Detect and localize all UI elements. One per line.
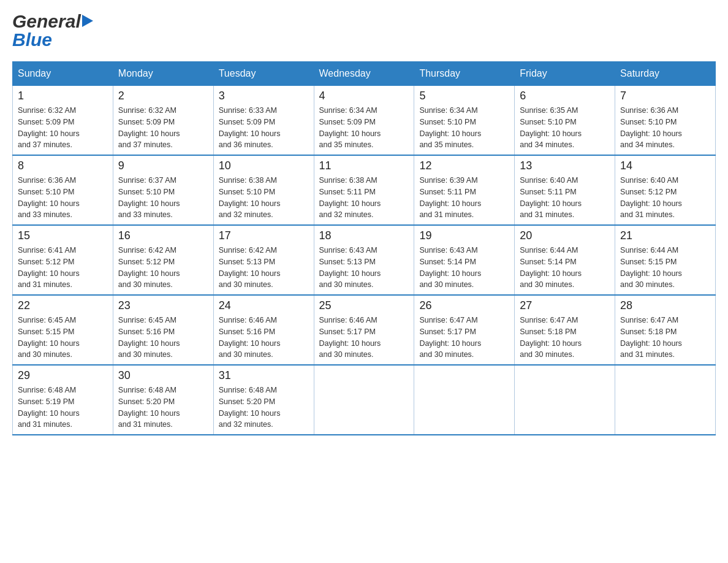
weekday-header-row: SundayMondayTuesdayWednesdayThursdayFrid… [13,62,716,86]
day-number: 31 [219,369,309,382]
calendar-cell: 24 Sunrise: 6:46 AM Sunset: 5:16 PM Dayl… [213,295,314,365]
day-info: Sunrise: 6:38 AM Sunset: 5:10 PM Dayligh… [219,175,309,221]
calendar-cell: 19 Sunrise: 6:43 AM Sunset: 5:14 PM Dayl… [414,225,515,295]
logo: General Blue [12,12,93,49]
calendar-cell: 13 Sunrise: 6:40 AM Sunset: 5:11 PM Dayl… [515,155,615,225]
day-number: 17 [219,229,309,242]
day-number: 18 [319,229,409,242]
calendar-cell: 16 Sunrise: 6:42 AM Sunset: 5:12 PM Dayl… [113,225,213,295]
day-info: Sunrise: 6:48 AM Sunset: 5:19 PM Dayligh… [18,385,108,431]
calendar-cell: 11 Sunrise: 6:38 AM Sunset: 5:11 PM Dayl… [314,155,414,225]
calendar-cell: 31 Sunrise: 6:48 AM Sunset: 5:20 PM Dayl… [213,365,314,435]
weekday-header-friday: Friday [515,62,615,86]
day-info: Sunrise: 6:48 AM Sunset: 5:20 PM Dayligh… [219,385,309,431]
calendar-cell: 29 Sunrise: 6:48 AM Sunset: 5:19 PM Dayl… [13,365,113,435]
calendar-cell [515,365,615,435]
day-number: 8 [18,159,108,172]
day-number: 15 [18,229,108,242]
calendar-cell: 8 Sunrise: 6:36 AM Sunset: 5:10 PM Dayli… [13,155,113,225]
calendar-cell: 12 Sunrise: 6:39 AM Sunset: 5:11 PM Dayl… [414,155,515,225]
day-number: 1 [18,90,108,102]
calendar-cell: 17 Sunrise: 6:42 AM Sunset: 5:13 PM Dayl… [213,225,314,295]
calendar-cell: 21 Sunrise: 6:44 AM Sunset: 5:15 PM Dayl… [615,225,716,295]
day-number: 6 [520,90,610,102]
day-number: 22 [18,299,108,312]
calendar-cell: 28 Sunrise: 6:47 AM Sunset: 5:18 PM Dayl… [615,295,716,365]
day-info: Sunrise: 6:40 AM Sunset: 5:11 PM Dayligh… [520,175,610,221]
day-number: 25 [319,299,409,312]
day-number: 11 [319,159,409,172]
day-info: Sunrise: 6:43 AM Sunset: 5:14 PM Dayligh… [419,245,509,291]
calendar-cell: 3 Sunrise: 6:33 AM Sunset: 5:09 PM Dayli… [213,86,314,156]
day-info: Sunrise: 6:44 AM Sunset: 5:15 PM Dayligh… [620,245,710,291]
calendar-cell: 9 Sunrise: 6:37 AM Sunset: 5:10 PM Dayli… [113,155,213,225]
weekday-header-thursday: Thursday [414,62,515,86]
day-info: Sunrise: 6:41 AM Sunset: 5:12 PM Dayligh… [18,245,108,291]
day-info: Sunrise: 6:46 AM Sunset: 5:16 PM Dayligh… [219,315,309,361]
calendar-cell: 7 Sunrise: 6:36 AM Sunset: 5:10 PM Dayli… [615,86,716,156]
calendar-cell [615,365,716,435]
day-number: 12 [419,159,509,172]
weekday-header-monday: Monday [113,62,213,86]
day-info: Sunrise: 6:44 AM Sunset: 5:14 PM Dayligh… [520,245,610,291]
day-number: 4 [319,90,409,102]
calendar-cell: 14 Sunrise: 6:40 AM Sunset: 5:12 PM Dayl… [615,155,716,225]
day-info: Sunrise: 6:40 AM Sunset: 5:12 PM Dayligh… [620,175,710,221]
day-number: 30 [118,369,208,382]
day-number: 5 [419,90,509,102]
calendar-cell [414,365,515,435]
day-number: 3 [219,90,309,102]
day-info: Sunrise: 6:34 AM Sunset: 5:10 PM Dayligh… [419,105,509,151]
day-info: Sunrise: 6:39 AM Sunset: 5:11 PM Dayligh… [419,175,509,221]
calendar-cell: 1 Sunrise: 6:32 AM Sunset: 5:09 PM Dayli… [13,86,113,156]
calendar-cell: 5 Sunrise: 6:34 AM Sunset: 5:10 PM Dayli… [414,86,515,156]
day-info: Sunrise: 6:34 AM Sunset: 5:09 PM Dayligh… [319,105,409,151]
day-info: Sunrise: 6:47 AM Sunset: 5:18 PM Dayligh… [520,315,610,361]
day-info: Sunrise: 6:36 AM Sunset: 5:10 PM Dayligh… [620,105,710,151]
calendar-cell: 18 Sunrise: 6:43 AM Sunset: 5:13 PM Dayl… [314,225,414,295]
day-number: 20 [520,229,610,242]
logo-blue-text: Blue [12,31,93,49]
day-number: 16 [118,229,208,242]
day-number: 2 [118,90,208,102]
day-info: Sunrise: 6:48 AM Sunset: 5:20 PM Dayligh… [118,385,208,431]
day-info: Sunrise: 6:45 AM Sunset: 5:16 PM Dayligh… [118,315,208,361]
day-info: Sunrise: 6:32 AM Sunset: 5:09 PM Dayligh… [118,105,208,151]
weekday-header-sunday: Sunday [13,62,113,86]
calendar-week-1: 1 Sunrise: 6:32 AM Sunset: 5:09 PM Dayli… [13,86,716,156]
calendar-header: SundayMondayTuesdayWednesdayThursdayFrid… [13,62,716,86]
calendar-week-3: 15 Sunrise: 6:41 AM Sunset: 5:12 PM Dayl… [13,225,716,295]
calendar-cell [314,365,414,435]
day-number: 7 [620,90,710,102]
day-number: 29 [18,369,108,382]
day-number: 26 [419,299,509,312]
day-info: Sunrise: 6:47 AM Sunset: 5:18 PM Dayligh… [620,315,710,361]
day-info: Sunrise: 6:33 AM Sunset: 5:09 PM Dayligh… [219,105,309,151]
day-number: 21 [620,229,710,242]
day-number: 23 [118,299,208,312]
weekday-header-tuesday: Tuesday [213,62,314,86]
calendar-cell: 20 Sunrise: 6:44 AM Sunset: 5:14 PM Dayl… [515,225,615,295]
calendar-table: SundayMondayTuesdayWednesdayThursdayFrid… [12,61,716,435]
calendar-cell: 15 Sunrise: 6:41 AM Sunset: 5:12 PM Dayl… [13,225,113,295]
day-info: Sunrise: 6:36 AM Sunset: 5:10 PM Dayligh… [18,175,108,221]
calendar-week-2: 8 Sunrise: 6:36 AM Sunset: 5:10 PM Dayli… [13,155,716,225]
weekday-header-saturday: Saturday [615,62,716,86]
calendar-week-5: 29 Sunrise: 6:48 AM Sunset: 5:19 PM Dayl… [13,365,716,435]
day-info: Sunrise: 6:32 AM Sunset: 5:09 PM Dayligh… [18,105,108,151]
day-info: Sunrise: 6:47 AM Sunset: 5:17 PM Dayligh… [419,315,509,361]
weekday-header-wednesday: Wednesday [314,62,414,86]
calendar-cell: 23 Sunrise: 6:45 AM Sunset: 5:16 PM Dayl… [113,295,213,365]
day-number: 27 [520,299,610,312]
day-number: 10 [219,159,309,172]
logo-triangle-icon [82,15,93,27]
day-number: 28 [620,299,710,312]
calendar-cell: 6 Sunrise: 6:35 AM Sunset: 5:10 PM Dayli… [515,86,615,156]
calendar-cell: 10 Sunrise: 6:38 AM Sunset: 5:10 PM Dayl… [213,155,314,225]
calendar-cell: 25 Sunrise: 6:46 AM Sunset: 5:17 PM Dayl… [314,295,414,365]
day-info: Sunrise: 6:42 AM Sunset: 5:12 PM Dayligh… [118,245,208,291]
calendar-body: 1 Sunrise: 6:32 AM Sunset: 5:09 PM Dayli… [13,86,716,435]
page-header: General Blue [12,12,716,49]
day-info: Sunrise: 6:38 AM Sunset: 5:11 PM Dayligh… [319,175,409,221]
day-info: Sunrise: 6:35 AM Sunset: 5:10 PM Dayligh… [520,105,610,151]
